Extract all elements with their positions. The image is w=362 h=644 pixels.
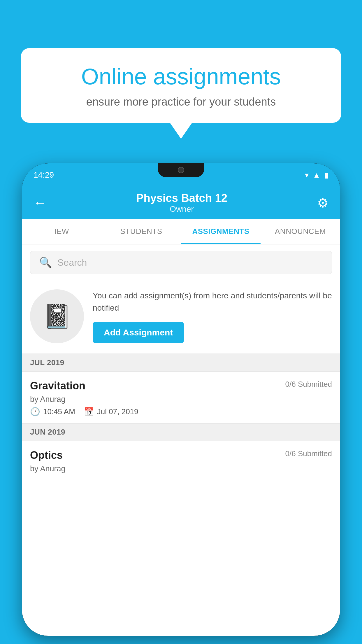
assignment-meta: 🕐 10:45 AM 📅 Jul 07, 2019 [30,407,332,416]
info-box: 📓 You can add assignment(s) from here an… [22,281,340,354]
front-camera [178,167,184,173]
info-text: You can add assignment(s) from here and … [93,290,332,314]
section-jun-2019: JUN 2019 [22,423,340,441]
time-value: 10:45 AM [43,407,75,416]
assignment-title: Gravitation [30,380,85,392]
calendar-icon: 📅 [84,407,94,416]
submitted-count-optics: 0/6 Submitted [285,449,332,458]
back-button[interactable]: ← [34,195,46,210]
assignment-optics[interactable]: Optics 0/6 Submitted by Anurag [22,441,340,483]
speech-bubble: Online assignments ensure more practice … [21,48,341,123]
clock-icon: 🕐 [30,407,40,416]
info-right: You can add assignment(s) from here and … [93,290,332,343]
app-header: ← Physics Batch 12 Owner ⚙ [22,187,340,219]
phone-screen: 14:29 ▾ ▲ ▮ ← Physics Batch 12 Owner ⚙ I… [22,163,340,636]
status-bar: 14:29 ▾ ▲ ▮ [22,163,340,187]
signal-icon: ▲ [313,171,320,180]
assignment-title-optics: Optics [30,449,63,461]
assignment-gravitation[interactable]: Gravitation 0/6 Submitted by Anurag 🕐 10… [22,372,340,423]
section-jul-2019: JUL 2019 [22,354,340,372]
assignment-by-optics: by Anurag [30,464,332,473]
battery-icon: ▮ [324,171,328,180]
phone-time: 14:29 [34,170,54,180]
assignment-top-row: Gravitation 0/6 Submitted [30,380,332,392]
assignment-icon-circle: 📓 [30,289,84,343]
tab-overview[interactable]: IEW [22,219,101,244]
assignment-top-row-2: Optics 0/6 Submitted [30,449,332,461]
batch-title: Physics Batch 12 [46,192,317,204]
speech-bubble-container: Online assignments ensure more practice … [21,48,341,139]
search-icon: 🔍 [39,256,52,269]
tab-announcements[interactable]: ANNOUNCEM [261,219,340,244]
notebook-icon: 📓 [43,303,72,330]
submitted-count: 0/6 Submitted [285,380,332,389]
status-icons: ▾ ▲ ▮ [305,171,328,180]
batch-role: Owner [46,204,317,214]
header-title-block: Physics Batch 12 Owner [46,192,317,214]
search-bar[interactable]: 🔍 Search [30,251,332,274]
search-placeholder: Search [57,257,87,268]
assignment-date: 📅 Jul 07, 2019 [84,407,138,416]
assignment-time: 🕐 10:45 AM [30,407,75,416]
tab-assignments[interactable]: ASSIGNMENTS [181,219,261,244]
speech-bubble-subtitle: ensure more practice for your students [38,96,324,108]
speech-bubble-title: Online assignments [38,64,324,89]
notch [158,163,204,177]
date-value: Jul 07, 2019 [97,407,138,416]
tab-bar: IEW STUDENTS ASSIGNMENTS ANNOUNCEM [22,219,340,244]
speech-bubble-arrow [170,123,192,139]
add-assignment-button[interactable]: Add Assignment [93,322,184,343]
scrollable-content: 🔍 Search 📓 You can add assignment(s) fro… [22,244,340,636]
search-container: 🔍 Search [22,244,340,281]
assignment-by: by Anurag [30,395,332,404]
phone-frame: 14:29 ▾ ▲ ▮ ← Physics Batch 12 Owner ⚙ I… [22,163,340,636]
settings-icon[interactable]: ⚙ [317,195,328,210]
tab-students[interactable]: STUDENTS [101,219,181,244]
wifi-icon: ▾ [305,171,309,180]
